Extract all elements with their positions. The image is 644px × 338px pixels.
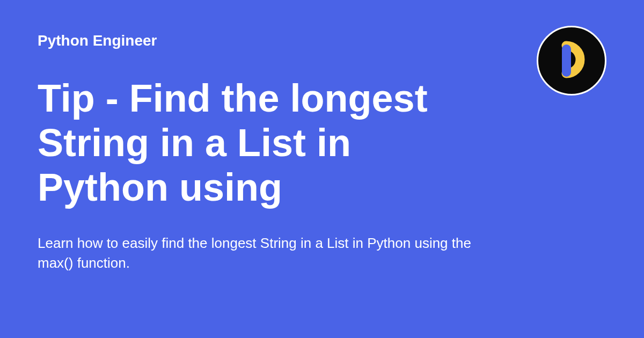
brand-logo xyxy=(537,26,606,95)
article-description: Learn how to easily find the longest Str… xyxy=(38,233,499,273)
article-title: Tip - Find the longest String in a List … xyxy=(38,76,478,209)
logo-icon xyxy=(550,39,593,82)
brand-name: Python Engineer xyxy=(38,32,606,49)
svg-rect-0 xyxy=(562,45,571,77)
